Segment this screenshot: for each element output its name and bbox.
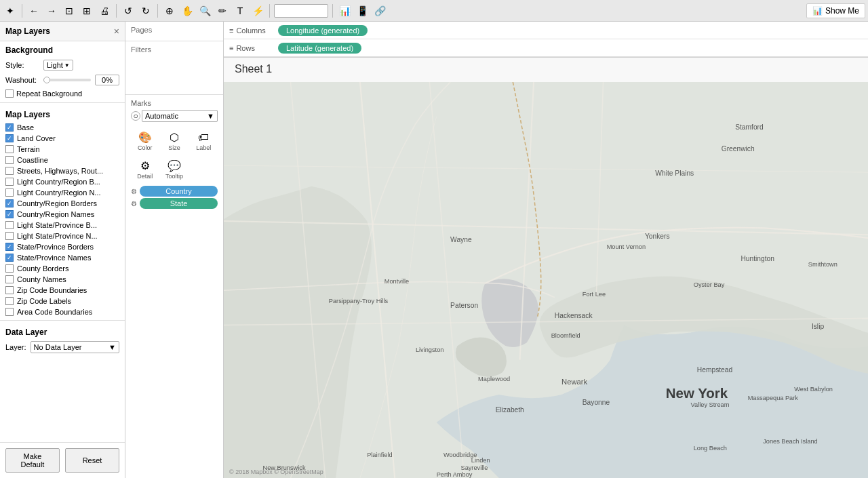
annotate-icon[interactable]: ✏ [215,3,230,18]
layer-checkbox-zip_code_boundaries[interactable] [5,286,14,294]
layer-checkbox-terrain[interactable] [5,145,14,153]
zoom-icon[interactable]: 🔍 [197,3,212,18]
shelf-area: ≡ Columns Longitude (generated) ≡ Rows L… [224,22,868,58]
washout-input[interactable]: 0% [95,75,119,85]
show-me-button[interactable]: 📊 Show Me [806,3,865,18]
washout-label: Washout: [5,76,39,84]
country-pill[interactable]: Country [140,186,218,197]
save-icon[interactable]: ⊡ [62,3,77,18]
layer-checkbox-base[interactable] [5,123,14,132]
svg-text:Wayne: Wayne [450,236,472,243]
tableau-logo-icon[interactable]: ✦ [3,3,18,18]
svg-text:Long Beach: Long Beach [694,445,727,452]
layer-item-land_cover[interactable]: Land Cover [0,133,125,144]
layer-checkbox-state_province_borders[interactable] [5,243,14,251]
make-default-button[interactable]: Make Default [5,448,60,473]
layer-item-state_province_names[interactable]: State/Province Names [0,252,125,263]
repeat-background-checkbox[interactable] [5,89,14,98]
layer-item-state_province_borders[interactable]: State/Province Borders [0,241,125,252]
tooltip-icon: 💬 [167,159,181,172]
layer-item-base[interactable]: Base [0,122,125,133]
sheet-area: Sheet 1 [224,58,868,478]
chevron-down-icon: ▼ [64,62,70,68]
tooltip-button[interactable]: 💬 Tooltip [160,156,188,183]
columns-icon: ≡ [229,26,233,35]
style-dropdown[interactable]: Light ▼ [43,60,73,71]
detail-button[interactable]: ⚙ Detail [131,156,159,183]
panel-title: Map Layers [5,26,50,36]
chart-icon[interactable]: 📊 [337,3,352,18]
toolbar: ✦ ← → ⊡ ⊞ 🖨 ↺ ↻ ⊕ ✋ 🔍 ✏ T ⚡ 📊 📱 🔗 📊 Show… [0,0,868,22]
size-button[interactable]: ⬡ Size [160,127,188,155]
columns-value-pill[interactable]: Longitude (generated) [278,25,368,36]
svg-text:Woodbridge: Woodbridge [443,452,477,458]
detail-icon: ⚙ [140,159,150,172]
layer-checkbox-county_names[interactable] [5,275,14,283]
layer-checkbox-streets[interactable] [5,167,14,175]
undo-icon[interactable]: ↺ [121,3,136,18]
layer-checkbox-country_region_borders[interactable] [5,199,14,207]
close-icon[interactable]: × [114,26,119,37]
rows-value-pill[interactable]: Latitude (generated) [278,43,361,54]
layer-item-zip_code_boundaries[interactable]: Zip Code Boundaries [0,285,125,296]
select-icon[interactable]: ⊕ [162,3,177,18]
rows-icon: ≡ [229,44,233,52]
layer-checkbox-light_state_n[interactable] [5,232,14,240]
columns-shelf: ≡ Columns Longitude (generated) [224,22,868,39]
device-icon[interactable]: 📱 [355,3,370,18]
washout-slider[interactable] [43,79,91,81]
marks-type-dropdown[interactable]: Automatic ▼ [142,110,218,122]
layer-label-coastline: Coastline [17,156,48,164]
print-icon[interactable]: 🖨 [97,3,112,18]
layer-label-streets: Streets, Highways, Rout... [17,167,103,175]
marks-type-value: Automatic [145,112,178,120]
color-icon: 🎨 [138,131,152,144]
reset-button[interactable]: Reset [65,448,119,473]
share-icon[interactable]: 🔗 [372,3,387,18]
label-button[interactable]: 🏷 Label [190,127,218,155]
marks-row-icon-2: ⚙ [131,200,137,207]
svg-text:Mount Vernon: Mount Vernon [607,243,646,250]
back-icon[interactable]: ← [26,3,41,18]
layer-checkbox-zip_code_labels[interactable] [5,297,14,305]
washout-thumb[interactable] [43,77,50,83]
layer-checkbox-light_country_b[interactable] [5,178,14,186]
map-container[interactable]: New York Newark Paterson Wayne Yonkers H… [224,82,868,478]
layer-item-light_state_b[interactable]: Light State/Province B... [0,220,125,231]
pan-icon[interactable]: ✋ [180,3,195,18]
layer-item-zip_code_labels[interactable]: Zip Code Labels [0,296,125,306]
layer-label-light_state_b: Light State/Province B... [17,221,97,229]
layer-checkbox-area_code_boundaries[interactable] [5,308,14,316]
layer-checkbox-state_province_names[interactable] [5,254,14,262]
svg-text:Paterson: Paterson [450,302,478,309]
detail-label: Detail [137,173,153,180]
layer-item-country_region_names[interactable]: Country/Region Names [0,209,125,220]
layer-checkbox-light_country_n[interactable] [5,188,14,197]
layer-checkbox-county_borders[interactable] [5,264,14,273]
layer-item-county_borders[interactable]: County Borders [0,263,125,274]
state-pill[interactable]: State [140,198,218,209]
layer-checkbox-coastline[interactable] [5,156,14,164]
layer-item-coastline[interactable]: Coastline [0,155,125,165]
layer-item-area_code_boundaries[interactable]: Area Code Boundaries [0,306,125,317]
forward-icon[interactable]: → [44,3,59,18]
layer-item-light_country_b[interactable]: Light Country/Region B... [0,176,125,187]
layer-checkbox-land_cover[interactable] [5,134,14,142]
text-icon[interactable]: T [233,3,248,18]
layer-item-streets[interactable]: Streets, Highways, Rout... [0,165,125,176]
highlight-icon[interactable]: ⚡ [250,3,265,18]
layer-item-terrain[interactable]: Terrain [0,144,125,155]
layer-checkbox-country_region_names[interactable] [5,210,14,218]
field-dropdown[interactable] [274,4,328,18]
save-as-icon[interactable]: ⊞ [79,3,94,18]
layer-item-light_country_n[interactable]: Light Country/Region N... [0,187,125,198]
svg-text:Newark: Newark [561,378,588,386]
svg-text:Stamford: Stamford [735,123,764,131]
layer-dropdown[interactable]: No Data Layer ▼ [31,341,119,353]
layer-item-county_names[interactable]: County Names [0,274,125,285]
layer-item-country_region_borders[interactable]: Country/Region Borders [0,198,125,209]
color-button[interactable]: 🎨 Color [131,127,159,155]
redo-icon[interactable]: ↻ [138,3,153,18]
layer-item-light_state_n[interactable]: Light State/Province N... [0,231,125,241]
layer-checkbox-light_state_b[interactable] [5,221,14,229]
